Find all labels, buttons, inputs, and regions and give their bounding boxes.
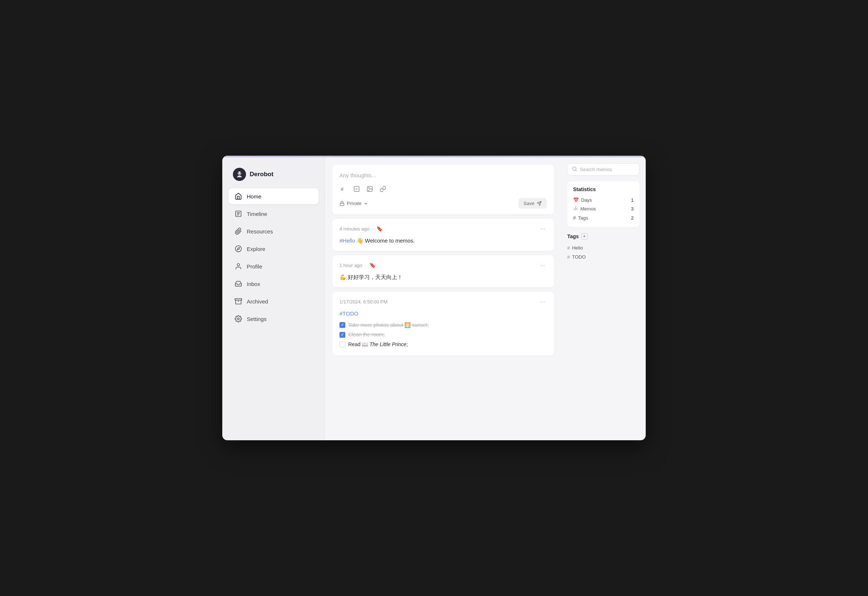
memo-more-1[interactable]: ··· [538,225,547,233]
memo-time-3: 1/17/2024, 6:50:00 PM [339,299,387,305]
link-toolbar-icon[interactable] [379,185,387,193]
memo-header-1: 4 minutes ago · 🔖 ··· [339,225,547,233]
search-input[interactable] [580,167,641,172]
memo-content-2: 💪 好好学习，天天向上！ [339,273,547,282]
sidebar-item-settings[interactable]: Settings [229,311,319,327]
memo-meta-1: 4 minutes ago · 🔖 [339,226,383,232]
tag-item-todo[interactable]: # TODO [567,252,639,261]
todo-text-1: Take more photos about 🌅 sunset; [348,321,429,329]
tag-label-hello: Hello [572,245,583,251]
home-icon [234,192,243,200]
add-tag-button[interactable]: + [581,233,588,240]
search-box[interactable] [567,164,639,176]
memo-more-2[interactable]: ··· [538,261,547,269]
inbox-label: Inbox [247,281,260,287]
memo-card-1: 4 minutes ago · 🔖 ··· #Hello 👋 Welcome t… [332,219,554,251]
app-window: Derobot Home Timeline [222,156,646,440]
svg-point-8 [235,246,242,252]
right-panel: Statistics 📅 Days 1 [561,156,645,440]
memo-time-1: 4 minutes ago [339,226,370,232]
sidebar-item-resources[interactable]: Resources [229,223,319,239]
svg-point-17 [368,187,369,188]
svg-rect-18 [340,203,344,205]
sidebar: Derobot Home Timeline [223,156,325,440]
tags-title: Tags [567,233,579,239]
privacy-label: Private [347,201,361,206]
stat-row-memos: Memos 3 [573,204,634,213]
profile-icon [234,262,243,270]
archived-label: Archived [247,298,268,305]
sidebar-item-home[interactable]: Home [229,188,319,204]
sidebar-item-profile[interactable]: Profile [229,258,319,274]
tag-todo-link[interactable]: #TODO [339,310,358,317]
tags-header: Tags + [567,233,639,240]
explore-icon [234,245,243,253]
sidebar-item-archived[interactable]: Archived [229,293,319,309]
tags-section: Tags + # Hello # TODO [567,233,639,261]
bookmark-icon-2[interactable]: 🔖 [370,262,376,268]
todo-item-3: Read 📖 The Little Prince; [339,340,547,348]
privacy-selector[interactable]: Private [339,201,368,206]
stat-label-tags: # Tags [573,215,588,221]
bookmark-icon-1[interactable]: 🔖 [376,226,383,232]
memo-header-3: 1/17/2024, 6:50:00 PM ··· [339,298,547,306]
stat-row-tags: # Tags 2 [573,213,634,222]
image-toolbar-icon[interactable] [366,185,374,193]
memos-bar-icon [573,206,578,212]
stat-row-days: 📅 Days 1 [573,196,634,204]
statistics-card: Statistics 📅 Days 1 [567,181,639,227]
sidebar-brand: Derobot [229,165,319,184]
calendar-icon: 📅 [573,197,579,203]
memo-more-3[interactable]: ··· [538,298,547,306]
todo-checkbox-3[interactable] [339,341,345,347]
resources-icon [234,227,243,235]
brand-name: Derobot [250,171,274,178]
compose-placeholder[interactable]: Any thoughts... [339,171,547,180]
memo-dot-2: · [365,263,367,268]
brand-avatar [233,168,246,181]
tag-hello-link[interactable]: #Hello [339,238,355,243]
settings-icon [234,315,243,323]
resources-label: Resources [247,228,273,235]
sidebar-item-inbox[interactable]: Inbox [229,276,319,292]
memo-text-1: 👋 Welcome to memos. [356,238,415,243]
stat-value-tags: 2 [631,215,634,221]
tag-toolbar-icon[interactable]: # [339,185,347,193]
todo-checkbox-2[interactable] [339,332,345,338]
compose-toolbar: # [339,185,547,193]
svg-point-10 [237,264,240,266]
tag-label-todo: TODO [572,254,586,260]
tags-hash-icon: # [573,215,576,221]
memo-card-3: 1/17/2024, 6:50:00 PM ··· #TODO Take mor… [332,292,554,356]
search-icon [572,166,577,173]
sidebar-item-explore[interactable]: Explore [229,241,319,257]
stat-value-memos: 3 [631,206,634,212]
timeline-label: Timeline [247,211,267,217]
timeline-icon [234,210,243,218]
memo-time-2: 1 hour ago [339,263,362,268]
memo-meta-2: 1 hour ago · 🔖 [339,262,376,268]
statistics-title: Statistics [573,186,634,192]
svg-marker-9 [237,247,240,250]
stat-label-days: 📅 Days [573,197,592,203]
memo-card-2: 1 hour ago · 🔖 ··· 💪 好好学习，天天向上！ [332,255,554,288]
checklist-toolbar-icon[interactable] [353,185,361,193]
svg-text:#: # [341,186,344,192]
sidebar-item-timeline[interactable]: Timeline [229,206,319,222]
profile-label: Profile [247,263,262,270]
archived-icon [234,297,243,305]
stat-label-memos: Memos [573,206,596,212]
settings-label: Settings [247,316,266,322]
compose-box: Any thoughts... # [332,165,554,214]
memo-header-2: 1 hour ago · 🔖 ··· [339,261,547,269]
tag-item-hello[interactable]: # Hello [567,243,639,252]
svg-point-3 [240,173,241,174]
svg-point-13 [238,318,240,320]
explore-label: Explore [247,246,265,252]
save-button[interactable]: Save [518,198,547,209]
stat-value-days: 1 [631,197,634,203]
home-label: Home [247,193,261,199]
compose-footer: Private Save [339,198,547,209]
svg-rect-11 [235,299,242,300]
todo-checkbox-1[interactable] [339,322,345,328]
